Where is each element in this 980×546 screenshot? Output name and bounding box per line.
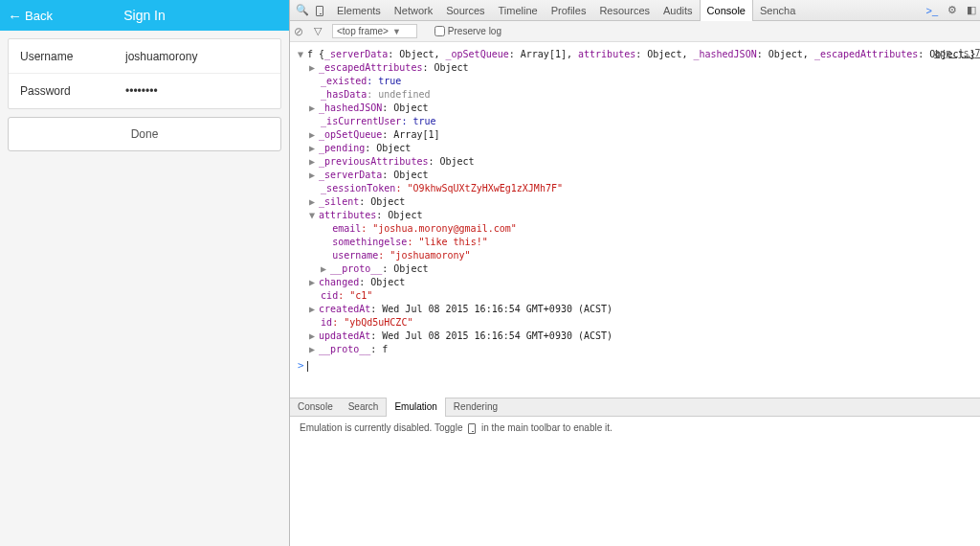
preserve-checkbox[interactable]	[434, 26, 445, 36]
drawer-tab-rendering[interactable]: Rendering	[446, 398, 505, 417]
signin-form: Username Password	[8, 38, 281, 109]
console-prompt[interactable]: >	[298, 356, 980, 372]
tab-console[interactable]: Console	[700, 0, 753, 21]
devtools-tabs: Elements Network Sources Timeline Profil…	[330, 0, 802, 21]
emulation-msg-b: in the main toolbar to enable it.	[481, 422, 612, 433]
console-toolbar: ⊘ ▽ <top frame>▼ Preserve log	[290, 21, 980, 42]
password-input[interactable]	[125, 84, 269, 98]
tab-sources[interactable]: Sources	[439, 0, 491, 21]
tab-sencha[interactable]: Sencha	[753, 0, 802, 21]
search-icon[interactable]: 🔍	[294, 4, 311, 16]
filter-icon[interactable]: ▽	[309, 25, 326, 37]
tab-profiles[interactable]: Profiles	[545, 0, 593, 21]
devtools-top-bar: 🔍 Elements Network Sources Timeline Prof…	[290, 0, 980, 21]
drawer-icon[interactable]: >_	[924, 5, 941, 16]
app-header: ← Back Sign In	[0, 0, 289, 31]
gear-icon[interactable]: ⚙	[946, 4, 959, 16]
back-button[interactable]: ← Back	[0, 8, 53, 24]
tab-timeline[interactable]: Timeline	[492, 0, 545, 21]
username-input[interactable]	[125, 50, 269, 63]
console-output[interactable]: app.js:79 ▼f {_serverData: Object, _opSe…	[290, 42, 980, 398]
tab-elements[interactable]: Elements	[330, 0, 388, 21]
preserve-log[interactable]: Preserve log	[434, 26, 501, 36]
clear-icon[interactable]: ⊘	[294, 25, 303, 38]
device-icon	[468, 423, 476, 434]
preserve-label: Preserve log	[448, 26, 501, 36]
source-link[interactable]: app.js:79	[934, 48, 980, 58]
drawer-tab-console[interactable]: Console	[290, 398, 341, 417]
drawer-tabs: Console Search Emulation Rendering	[290, 398, 980, 417]
back-arrow-icon: ←	[8, 8, 22, 24]
emulation-pane: Emulation is currently disabled. Toggle …	[290, 417, 980, 546]
devtools-right-icons: >_ ⚙ ◧ ×	[924, 4, 980, 16]
devtools-pane: 🔍 Elements Network Sources Timeline Prof…	[289, 0, 980, 546]
password-row: Password	[9, 74, 280, 108]
done-button[interactable]: Done	[8, 117, 281, 151]
back-label: Back	[25, 9, 53, 23]
username-row: Username	[9, 39, 280, 74]
tab-audits[interactable]: Audits	[657, 0, 700, 21]
emulation-msg-a: Emulation is currently disabled. Toggle	[300, 422, 465, 433]
username-label: Username	[20, 50, 125, 63]
frame-select[interactable]: <top frame>▼	[332, 24, 417, 38]
drawer-tab-emulation[interactable]: Emulation	[386, 398, 445, 417]
dock-icon[interactable]: ◧	[965, 4, 978, 16]
tab-network[interactable]: Network	[388, 0, 439, 21]
drawer-tab-search[interactable]: Search	[341, 398, 387, 417]
password-label: Password	[20, 84, 125, 98]
device-mode-icon[interactable]	[311, 4, 328, 16]
mobile-app-pane: ← Back Sign In Username Password Done	[0, 0, 289, 546]
tab-resources[interactable]: Resources	[592, 0, 657, 21]
